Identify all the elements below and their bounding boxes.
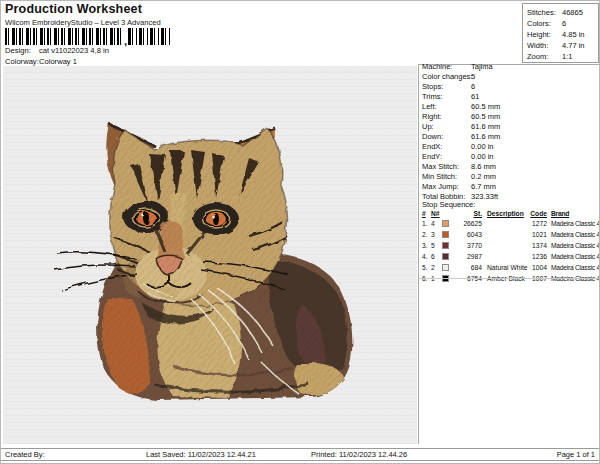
summary-row-zoom: Zoom:1:1 [527, 51, 598, 62]
panel-left-divider [418, 64, 419, 444]
colorway-value: Colorway 1 [39, 57, 77, 66]
machine-row: Max Jump:6.7 mm [422, 182, 599, 192]
machine-row: Max Stitch:8.6 mm [422, 162, 599, 172]
production-worksheet-page: { "header": { "title": "Production Works… [0, 0, 600, 464]
col-brand: Brand [548, 210, 599, 217]
machine-row: Min Stitch:0.2 mm [422, 172, 599, 182]
machine-row: Up:61.6 mm [422, 122, 599, 132]
footer-bottom-rule [1, 460, 600, 461]
col-code: Code [526, 210, 548, 217]
col-num: # [422, 210, 431, 217]
design-barcode: , [5, 28, 170, 45]
page-title: Production Worksheet [5, 2, 142, 16]
thread-color-swatch [442, 231, 449, 238]
stop-sequence-title: Stop Sequence: [422, 200, 475, 209]
thread-color-swatch [442, 264, 449, 271]
cat-design [3, 66, 417, 444]
summary-row-colors: Colors:6 [527, 18, 598, 29]
machine-row: EndX:0.00 in [422, 142, 599, 152]
barcode-bars-right [128, 28, 170, 45]
col-st: St. [452, 210, 484, 217]
thread-color-swatch [442, 242, 449, 249]
stop-sequence-bottom-divider [419, 278, 599, 279]
design-row: Design:cat v11022023 4,8 in [5, 46, 109, 55]
stop-sequence-row: 5.2 684Natural White 1004Madeira Classic… [422, 262, 599, 273]
col-n: N# [431, 210, 441, 217]
footer-top-rule [1, 448, 600, 449]
footer-created-by: Created By: [5, 450, 45, 459]
machine-row: Right:60.5 mm [422, 112, 599, 122]
footer-page-number: Page 1 of 1 [557, 450, 595, 459]
summary-row-height: Height:4.85 in [527, 29, 598, 40]
machine-row: Color changes:5 [422, 72, 599, 82]
design-label: Design: [5, 46, 39, 55]
machine-panel: Machine:Tajima Color changes:5 Stops:6 T… [422, 62, 599, 202]
thread-color-swatch [442, 253, 449, 260]
machine-row: Down:61.6 mm [422, 132, 599, 142]
footer-last-saved: Last Saved: 11/02/2023 12.44.21 [146, 450, 256, 459]
colorway-row: Colorway:Colorway 1 [5, 57, 77, 66]
thread-color-swatch [442, 220, 449, 227]
stop-sequence-row: 1.4 26625 1272Madeira Classic 40 [422, 218, 599, 229]
summary-row-width: Width:4.77 in [527, 40, 598, 51]
footer-printed: Printed: 11/02/2023 12.44.26 [311, 450, 407, 459]
stitch-texture [43, 111, 363, 411]
col-description: Description [484, 210, 526, 217]
barcode-bars-left [5, 28, 123, 45]
summary-row-stitches: Stitches:46865 [527, 7, 598, 18]
machine-row: Left:60.5 mm [422, 102, 599, 112]
app-subtitle: Wilcom EmbroideryStudio – Level 3 Advanc… [5, 18, 161, 27]
stop-sequence-row: 4.6 2987 1236Madeira Classic 40 [422, 251, 599, 262]
machine-row: EndY:0.00 in [422, 152, 599, 162]
design-summary-box: Stitches:46865 Colors:6 Height:4.85 in W… [522, 3, 599, 63]
stop-sequence-table: # N# St. Description Code Brand 1.4 2662… [422, 209, 599, 284]
machine-row: Trims:61 [422, 92, 599, 102]
machine-row: Stops:6 [422, 82, 599, 92]
colorway-label: Colorway: [5, 57, 39, 66]
stop-sequence-header: # N# St. Description Code Brand [422, 209, 599, 218]
machine-row: Machine:Tajima [422, 62, 599, 72]
stop-sequence-row: 3.5 3770 1374Madeira Classic 40 [422, 240, 599, 251]
design-canvas [3, 66, 417, 444]
design-value: cat v11022023 4,8 in [39, 46, 109, 55]
stop-sequence-row: 2.3 6043 1021Madeira Classic 40 [422, 229, 599, 240]
